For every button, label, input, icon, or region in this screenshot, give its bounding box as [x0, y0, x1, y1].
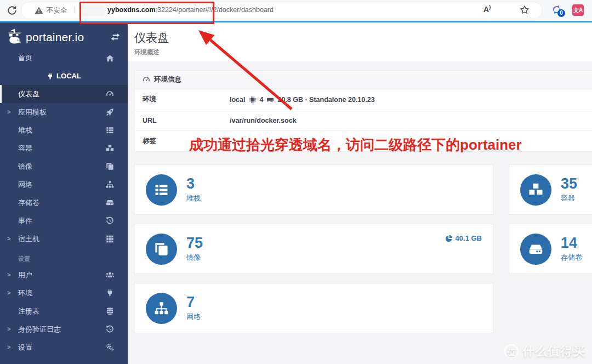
- plug-icon: [47, 73, 54, 80]
- page-title: 仪表盘: [134, 30, 592, 46]
- stat-card-circle: [146, 234, 177, 265]
- sidebar-item-label: 容器: [18, 144, 32, 152]
- hdd-icon: [528, 242, 543, 257]
- hdd-icon: [106, 198, 114, 207]
- settings-section-label: 设置: [18, 255, 128, 263]
- cubes-icon: [528, 183, 543, 197]
- chevron-right-icon: >: [7, 103, 10, 121]
- sidebar-menu: 仪表盘 > 应用模板 堆栈 容器 镜像 网络 存储卷 事件 > 宿主机: [0, 85, 128, 248]
- sidebar-collapse-icon[interactable]: [111, 32, 120, 42]
- pie-icon: [445, 235, 453, 242]
- env-row-label: 环境: [135, 95, 230, 104]
- portainer-whale-icon: [7, 29, 24, 46]
- stat-count: 35: [561, 176, 577, 191]
- stat-card-networks[interactable]: 7 网络: [134, 283, 493, 333]
- stat-label: 存储卷: [561, 253, 582, 263]
- env-row: URL /var/run/docker.sock: [135, 110, 592, 131]
- portainer-logo[interactable]: portainer.io: [0, 22, 128, 50]
- chevron-right-icon: >: [7, 320, 10, 338]
- sidebar-item-label: 堆栈: [18, 126, 32, 134]
- sidebar-item-home[interactable]: 首页: [0, 50, 128, 66]
- home-icon: [106, 54, 114, 62]
- stat-label: 网络: [186, 312, 201, 322]
- sidebar-item-label: 镜像: [18, 162, 32, 170]
- stat-card-images[interactable]: 75 镜像 40.1 GB: [134, 224, 493, 274]
- tacho-icon: [106, 90, 114, 98]
- history-icon: [106, 217, 114, 225]
- sidebar-item-events[interactable]: 事件: [0, 212, 128, 230]
- sidebar-item-dashboard[interactable]: 仪表盘: [0, 85, 128, 103]
- sitemap-icon: [106, 180, 114, 189]
- stat-card-volumes[interactable]: 14 存储卷: [509, 224, 592, 274]
- browser-toolbar: 不安全 | yyboxdns.com:32224/portainer#!/2/d…: [0, 0, 592, 21]
- stat-cards: 3 堆栈 35 容器 75 镜像 40.1 GB 14 存储卷 7 网络: [134, 164, 592, 333]
- sidebar-item-networks[interactable]: 网络: [0, 175, 128, 194]
- page-subtitle: 环境概述: [134, 48, 592, 56]
- cogs-icon: [106, 343, 114, 351]
- stat-card-circle: [146, 174, 177, 206]
- page-loading-bar: [0, 21, 592, 22]
- stat-count: 7: [186, 294, 201, 310]
- stat-card-meta: 75 镜像: [186, 235, 203, 262]
- main-content: 仪表盘 环境概述 环境信息 环境 local 4 20.8 GB - Stand…: [128, 22, 592, 364]
- env-name: local: [230, 96, 246, 104]
- sidebar-item-label: 注册表: [18, 307, 39, 315]
- users-icon: [106, 271, 114, 279]
- stat-card-stacks[interactable]: 3 堆栈: [134, 164, 493, 215]
- stat-card-containers[interactable]: 35 容器: [509, 164, 592, 215]
- chip-icon: [249, 96, 257, 104]
- stat-card-circle: [146, 293, 177, 324]
- stat-card-meta: 14 存储卷: [561, 235, 582, 262]
- sidebar-item-settings[interactable]: > 设置: [0, 338, 128, 356]
- stat-label: 容器: [561, 194, 577, 203]
- sidebar-item-containers[interactable]: 容器: [0, 139, 128, 157]
- sidebar-item-label: 设置: [18, 343, 32, 351]
- sidebar-item-host[interactable]: > 宿主机: [0, 230, 128, 248]
- endpoint-local[interactable]: LOCAL: [0, 69, 128, 84]
- sidebar-item-registries[interactable]: 注册表: [0, 302, 128, 320]
- dashboard-content: 环境信息 环境 local 4 20.8 GB - Standalone 20.…: [128, 61, 592, 364]
- tachometer-icon: [143, 76, 150, 83]
- cubes-icon: [106, 144, 114, 152]
- favorite-star-icon[interactable]: [520, 5, 530, 15]
- sidebar-item-environments[interactable]: > 环境: [0, 284, 128, 302]
- list-icon: [154, 183, 169, 197]
- sidebar-item-volumes[interactable]: 存储卷: [0, 194, 128, 212]
- env-row-label: URL: [135, 117, 230, 124]
- sidebar-item-users[interactable]: > 用户: [0, 266, 128, 284]
- read-aloud-icon[interactable]: A): [483, 5, 491, 14]
- stat-count: 75: [186, 235, 203, 251]
- env-row: 标签 -: [135, 131, 592, 151]
- sidebar-item-label: 存储卷: [18, 198, 39, 207]
- list-icon: [106, 126, 114, 134]
- sidebar-item-images[interactable]: 镜像: [0, 157, 128, 175]
- sidebar-item-app-templates[interactable]: > 应用模板: [0, 103, 128, 121]
- translate-extension-icon[interactable]: 文A: [572, 4, 584, 16]
- extension-badge: 0: [557, 9, 565, 17]
- env-row-label: 标签: [135, 136, 230, 146]
- sidebar-item-label: 仪表盘: [18, 90, 39, 98]
- url-domain: yyboxdns.com: [107, 6, 156, 14]
- sitemap-icon: [154, 301, 169, 316]
- logo-text: portainer.io: [26, 31, 84, 44]
- sidebar-item-label: 宿主机: [18, 235, 39, 243]
- clone-icon: [106, 162, 114, 170]
- url-text[interactable]: yyboxdns.com:32224/portainer#!/2/docker/…: [107, 6, 274, 14]
- sidebar-item-label: 身份验证日志: [18, 325, 61, 333]
- plug-icon: [106, 289, 114, 297]
- stat-label: 堆栈: [186, 194, 201, 203]
- env-cpu-count: 4: [260, 96, 264, 104]
- env-row-value: -: [230, 138, 232, 145]
- db-icon: [106, 307, 114, 315]
- url-divider: |: [73, 4, 76, 14]
- sidebar-item-auth-logs[interactable]: > 身份验证日志: [0, 320, 128, 338]
- stat-count: 3: [186, 176, 201, 191]
- warning-icon: [35, 6, 43, 15]
- stat-count: 14: [561, 235, 582, 251]
- sidebar-item-stacks[interactable]: 堆栈: [0, 121, 128, 139]
- reload-icon[interactable]: [7, 5, 18, 16]
- security-label: 不安全: [47, 6, 67, 15]
- home-label: 首页: [18, 54, 32, 62]
- stat-card-circle: [520, 234, 551, 265]
- censored-url-blur: [80, 4, 106, 16]
